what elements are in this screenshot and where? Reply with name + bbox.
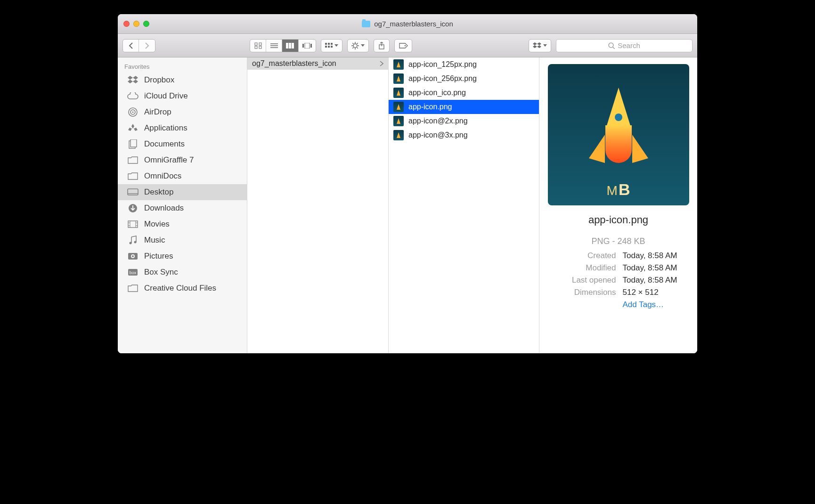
folder-icon <box>127 155 139 165</box>
sidebar-item-label: Creative Cloud Files <box>144 284 216 293</box>
file-row[interactable]: app-icon_256px.png <box>389 72 539 86</box>
file-thumbnail-icon <box>393 102 404 112</box>
nav-buttons <box>122 39 155 52</box>
preview-type-size: PNG - 248 KB <box>591 236 645 246</box>
action-button[interactable] <box>347 39 369 52</box>
sidebar-item-documents[interactable]: Documents <box>118 136 247 152</box>
box-icon: box <box>127 268 139 277</box>
file-row[interactable]: app-icon_ico.png <box>389 86 539 100</box>
sidebar-item-omnigraffle-7[interactable]: OmniGraffle 7 <box>118 152 247 168</box>
file-thumbnail-icon <box>393 59 404 70</box>
sidebar-item-desktop[interactable]: Desktop <box>118 184 247 200</box>
sidebar-item-label: Box Sync <box>144 268 178 277</box>
list-view-button[interactable] <box>266 40 282 52</box>
svg-rect-12 <box>310 44 312 48</box>
preview-image: MB <box>548 64 689 205</box>
svg-point-49 <box>134 241 137 244</box>
sidebar-item-icloud-drive[interactable]: iCloud Drive <box>118 88 247 104</box>
sidebar-item-creative-cloud-files[interactable]: Creative Cloud Files <box>118 280 247 296</box>
sidebar-item-music[interactable]: Music <box>118 232 247 248</box>
svg-rect-9 <box>292 43 294 49</box>
svg-rect-37 <box>130 139 137 147</box>
sidebar-item-omnidocs[interactable]: OmniDocs <box>118 168 247 184</box>
file-thumbnail-icon <box>393 116 404 126</box>
preview-filename: app-icon.png <box>588 214 648 226</box>
svg-line-32 <box>613 47 615 49</box>
file-thumbnail-icon <box>393 130 404 140</box>
dropbox-toolbar-button[interactable] <box>529 39 551 52</box>
sidebar-item-label: AirDrop <box>144 107 171 117</box>
sidebar-item-movies[interactable]: Movies <box>118 216 247 232</box>
file-row[interactable]: app-icon@2x.png <box>389 114 539 128</box>
arrange-button[interactable] <box>321 39 342 52</box>
finder-body: Favorites DropboxiCloud DriveAirDropAppl… <box>118 57 697 353</box>
file-row[interactable]: app-icon_125px.png <box>389 57 539 72</box>
search-placeholder: Search <box>618 41 640 49</box>
svg-rect-8 <box>289 43 291 49</box>
sidebar-item-applications[interactable]: Applications <box>118 120 247 136</box>
sidebar-item-airdrop[interactable]: AirDrop <box>118 104 247 120</box>
window-title: og7_masterblasters_icon <box>362 20 453 28</box>
chevron-right-icon <box>380 61 383 66</box>
svg-rect-13 <box>325 43 327 45</box>
close-window-button[interactable] <box>123 21 130 27</box>
svg-rect-17 <box>328 46 330 48</box>
file-label: app-icon_256px.png <box>408 74 477 83</box>
sidebar-header: Favorites <box>118 60 247 72</box>
file-thumbnail-icon <box>393 73 404 84</box>
back-button[interactable] <box>123 40 139 52</box>
column-view-button[interactable] <box>282 40 299 52</box>
created-value: Today, 8:58 AM <box>623 251 677 260</box>
svg-line-25 <box>357 47 358 48</box>
file-row[interactable]: app-icon@3x.png <box>389 128 539 142</box>
desktop-icon <box>127 187 139 197</box>
mb-label: MB <box>607 180 630 199</box>
forward-button[interactable] <box>139 40 155 52</box>
sidebar-item-label: Downloads <box>144 203 184 213</box>
sidebar-item-pictures[interactable]: Pictures <box>118 248 247 264</box>
share-button[interactable] <box>374 39 390 52</box>
svg-point-19 <box>353 44 357 48</box>
music-icon <box>127 236 139 245</box>
coverflow-view-button[interactable] <box>299 40 316 52</box>
search-field[interactable]: Search <box>556 39 693 52</box>
toolbar: Search <box>118 34 697 57</box>
preview-metadata: Created Today, 8:58 AM Modified Today, 8… <box>560 251 677 309</box>
svg-line-26 <box>352 47 353 48</box>
column-view: og7_masterblasters_icon app-icon_125px.p… <box>247 57 697 353</box>
file-row[interactable]: app-icon.png <box>389 100 539 114</box>
sidebar-item-label: Pictures <box>144 252 173 261</box>
movie-icon <box>127 219 139 229</box>
svg-rect-7 <box>286 43 288 49</box>
svg-point-35 <box>132 112 134 113</box>
view-mode-buttons <box>250 39 316 52</box>
zoom-window-button[interactable] <box>143 21 149 27</box>
add-tags-button[interactable]: Add Tags… <box>623 300 677 309</box>
icon-view-button[interactable] <box>250 40 266 52</box>
dimensions-value: 512 × 512 <box>623 288 677 297</box>
sidebar-item-downloads[interactable]: Downloads <box>118 200 247 216</box>
svg-text:box: box <box>130 270 137 275</box>
svg-point-31 <box>609 43 613 48</box>
svg-rect-0 <box>255 43 257 45</box>
sidebar: Favorites DropboxiCloud DriveAirDropAppl… <box>118 57 247 353</box>
preview-pane: MB app-icon.png PNG - 248 KB Created Tod… <box>539 57 697 353</box>
svg-rect-41 <box>128 221 138 228</box>
traffic-lights <box>123 21 149 27</box>
file-label: app-icon.png <box>408 103 452 111</box>
svg-rect-1 <box>259 43 261 45</box>
cloud-icon <box>127 91 139 101</box>
svg-rect-10 <box>302 44 304 48</box>
titlebar: og7_masterblasters_icon <box>118 14 697 34</box>
svg-rect-38 <box>128 189 138 195</box>
search-icon <box>608 42 615 49</box>
opened-value: Today, 8:58 AM <box>623 276 677 285</box>
minimize-window-button[interactable] <box>133 21 139 27</box>
tags-button[interactable] <box>394 39 412 52</box>
svg-rect-14 <box>328 43 330 45</box>
folder-row[interactable]: og7_masterblasters_icon <box>247 57 388 70</box>
sidebar-item-dropbox[interactable]: Dropbox <box>118 72 247 88</box>
airdrop-icon <box>127 107 139 117</box>
svg-rect-15 <box>331 43 333 45</box>
sidebar-item-box-sync[interactable]: boxBox Sync <box>118 264 247 280</box>
